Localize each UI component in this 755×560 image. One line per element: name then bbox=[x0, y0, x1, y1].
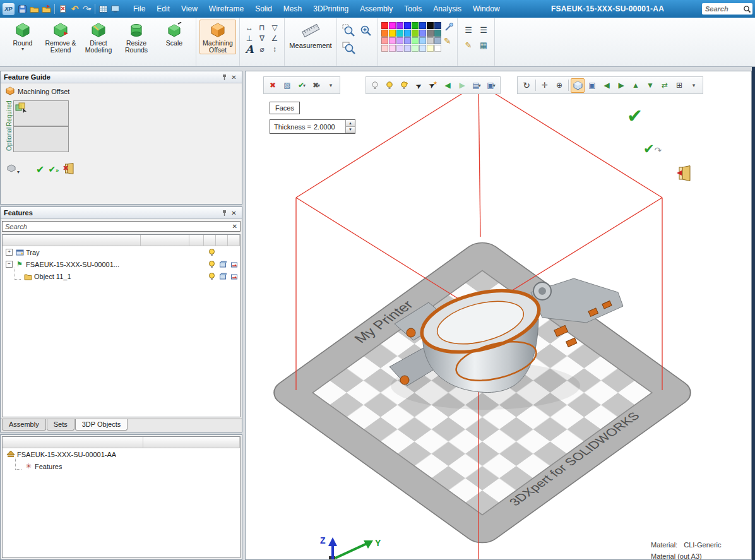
zoom-window-icon[interactable] bbox=[340, 22, 357, 39]
column-name[interactable] bbox=[3, 235, 141, 246]
objects-root-label[interactable]: FSAEUK-15-XXX-SU-00001-AA bbox=[17, 451, 116, 458]
menu-edit[interactable]: Edit bbox=[151, 2, 175, 16]
tab-assembly[interactable]: Assembly bbox=[2, 419, 46, 431]
spinner-up-button[interactable]: ▲ bbox=[346, 120, 355, 127]
next-view-icon[interactable]: ▶ bbox=[455, 78, 469, 93]
color-swatch[interactable] bbox=[427, 22, 434, 29]
color-swatch[interactable] bbox=[419, 37, 426, 44]
exit-command-button[interactable] bbox=[676, 165, 693, 184]
collapse-icon[interactable]: − bbox=[6, 261, 13, 268]
menu-tools[interactable]: Tools bbox=[398, 2, 427, 16]
pin-icon[interactable] bbox=[220, 210, 229, 217]
close-document-icon[interactable] bbox=[57, 3, 69, 15]
show-object-bulb-icon[interactable] bbox=[383, 78, 396, 93]
color-swatch[interactable] bbox=[434, 37, 441, 44]
vertical-dimension-icon[interactable]: ↕ bbox=[268, 44, 281, 54]
color-swatch[interactable] bbox=[404, 30, 411, 37]
color-swatch[interactable] bbox=[434, 30, 441, 37]
color-swatch[interactable] bbox=[404, 22, 411, 29]
redo-icon[interactable]: ↷▾ bbox=[81, 3, 93, 15]
optional-step-box[interactable] bbox=[13, 126, 69, 152]
expand-icon[interactable]: + bbox=[6, 249, 13, 256]
hide-object-bulb-icon[interactable] bbox=[368, 78, 382, 93]
viewport[interactable]: My Printer 3DXpert for SOLIDWORKS bbox=[245, 71, 752, 560]
open-folder-icon[interactable] bbox=[28, 3, 40, 15]
view-left-icon[interactable]: ◀ bbox=[600, 78, 614, 93]
close-panel-icon[interactable]: ✕ bbox=[229, 210, 239, 217]
column-visibility[interactable] bbox=[204, 235, 216, 246]
color-picker-icon[interactable] bbox=[444, 22, 454, 33]
tree-row-object[interactable]: Object 11_1 bbox=[3, 270, 240, 282]
export-icon[interactable] bbox=[40, 3, 52, 15]
column-extra2[interactable] bbox=[189, 235, 204, 246]
angle-dimension-icon[interactable]: ▽ bbox=[268, 22, 281, 33]
selection-filter-icon[interactable]: ✖▾ bbox=[309, 78, 323, 93]
view-bottom-icon[interactable]: ▼ bbox=[643, 78, 657, 93]
view-options-icon[interactable]: ▾ bbox=[687, 78, 701, 93]
color-swatch[interactable] bbox=[419, 30, 426, 37]
undo-icon[interactable]: ↶ bbox=[69, 3, 81, 15]
pan-view-icon[interactable]: ✛ bbox=[538, 78, 552, 93]
features-search-input[interactable] bbox=[2, 221, 241, 232]
search-box[interactable] bbox=[702, 3, 752, 15]
zoom-view-icon[interactable]: ⊕ bbox=[552, 78, 566, 93]
color-swatch[interactable] bbox=[412, 37, 419, 44]
menu-analysis[interactable]: Analysis bbox=[427, 2, 467, 16]
color-swatch[interactable] bbox=[381, 37, 388, 44]
rotate-view-icon[interactable]: ↻ bbox=[520, 78, 533, 93]
isometric-view-icon[interactable] bbox=[571, 78, 585, 93]
accept-selection-icon[interactable]: ✔▾ bbox=[295, 78, 309, 93]
color-swatch[interactable] bbox=[396, 22, 403, 29]
column-extra[interactable] bbox=[141, 235, 189, 246]
shaded-view-icon[interactable]: ▣ bbox=[585, 78, 599, 93]
menu-3dprinting[interactable]: 3DPrinting bbox=[307, 2, 354, 16]
color-swatch[interactable] bbox=[396, 45, 403, 52]
menu-wireframe[interactable]: Wireframe bbox=[203, 2, 249, 16]
color-swatch[interactable] bbox=[404, 45, 411, 52]
machining-offset-button[interactable]: Machining Offset bbox=[199, 20, 236, 54]
edit-list-icon[interactable]: ✎ bbox=[461, 37, 476, 52]
color-swatch[interactable] bbox=[381, 45, 388, 52]
apply-next-button[interactable]: ✔» bbox=[48, 164, 59, 174]
visibility-bulb-icon[interactable] bbox=[206, 273, 217, 280]
visibility-bulb-icon[interactable] bbox=[206, 261, 217, 268]
tab-sets[interactable]: Sets bbox=[47, 419, 74, 431]
ok-button[interactable]: ✔ bbox=[36, 164, 44, 176]
direct-modeling-button[interactable]: Direct Modeling bbox=[80, 20, 117, 54]
view-grid-icon[interactable]: ⊞ bbox=[672, 78, 686, 93]
scale-button[interactable]: Scale bbox=[156, 20, 193, 47]
layer-list-icon[interactable]: ☰ bbox=[461, 22, 476, 37]
column-reference[interactable] bbox=[228, 235, 240, 246]
pick-cursor-icon[interactable]: ➤ bbox=[409, 76, 429, 95]
color-swatch[interactable] bbox=[381, 30, 388, 37]
search-input[interactable] bbox=[704, 4, 743, 13]
pin-icon[interactable] bbox=[220, 74, 229, 81]
reference-box-icon[interactable] bbox=[229, 261, 240, 268]
objects-features-row[interactable]: ✳ Features bbox=[3, 460, 240, 472]
close-panel-icon[interactable]: ✕ bbox=[229, 74, 239, 81]
reference-box-icon[interactable] bbox=[229, 273, 240, 280]
save-icon[interactable] bbox=[16, 3, 28, 15]
display-settings-icon[interactable] bbox=[109, 3, 121, 15]
horizontal-dimension-icon[interactable]: ↔ bbox=[243, 22, 256, 33]
cancel-button[interactable] bbox=[62, 162, 75, 176]
remove-extend-button[interactable]: Remove & Extend bbox=[42, 20, 79, 54]
color-swatch[interactable] bbox=[412, 22, 419, 29]
color-swatch[interactable] bbox=[389, 45, 396, 52]
clear-selection-icon[interactable]: ✖ bbox=[266, 78, 280, 93]
round-dropdown-caret[interactable]: ▾ bbox=[21, 47, 24, 51]
round-button[interactable]: Round ▾ bbox=[4, 20, 41, 52]
zoom-in-out-icon[interactable] bbox=[357, 22, 374, 39]
apply-next-confirm-button[interactable]: ✔↷ bbox=[643, 142, 662, 157]
menu-solid[interactable]: Solid bbox=[249, 2, 278, 16]
tree-row-assembly[interactable]: − ⚑ FSAEUK-15-XXX-SU-00001... bbox=[3, 258, 240, 270]
angular-dimension-icon[interactable]: ∠ bbox=[268, 33, 281, 44]
menu-window[interactable]: Window bbox=[467, 2, 506, 16]
ok-confirm-button[interactable]: ✔ bbox=[627, 107, 643, 126]
tree-row-label[interactable]: Object 11_1 bbox=[34, 273, 71, 280]
perpendicular-dimension-icon[interactable]: ⊥ bbox=[243, 33, 256, 44]
pencil-edit-icon[interactable]: ✎ bbox=[444, 36, 454, 46]
objects-features-label[interactable]: Features bbox=[35, 463, 62, 470]
column-extra[interactable] bbox=[143, 437, 240, 448]
color-swatch[interactable] bbox=[434, 22, 441, 29]
